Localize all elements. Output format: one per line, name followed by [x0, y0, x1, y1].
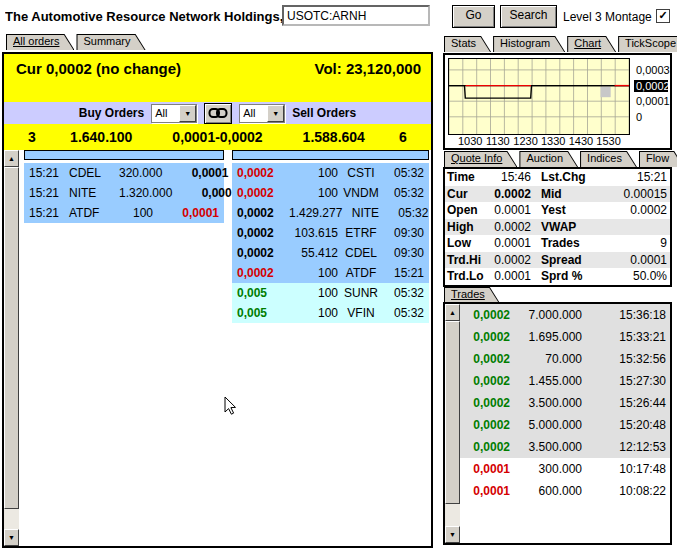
trade-row[interactable]: 0,0002 70.000 15:32:56: [460, 348, 670, 370]
trades-scrollbar[interactable]: ▲ ▼: [445, 304, 460, 543]
trades-list: 0,0002 7.000.000 15:36:18 0,0002 1.695.0…: [460, 304, 670, 543]
quote-info-row: Trd.Hi 0.0002 Spread 0.0001: [445, 252, 670, 269]
sell-orders-label: Sell Orders: [292, 106, 356, 120]
tab-chart-section[interactable]: Stats: [444, 36, 491, 52]
trade-row[interactable]: 0,0002 3.500.000 15:26:44: [460, 392, 670, 414]
x-axis-tick-label: 1330: [541, 135, 565, 147]
scroll-down-icon[interactable]: ▼: [4, 529, 19, 546]
chart-y-axis: 0,00030,00020,00010: [634, 58, 668, 135]
trade-row[interactable]: 0,0002 7.000.000 15:36:18: [460, 304, 670, 326]
x-axis-tick-label: 1030: [458, 135, 482, 147]
tab-quote-section[interactable]: Flow: [639, 151, 677, 167]
tab-orders[interactable]: Summary: [76, 34, 145, 50]
quote-info-row: High 0.0002 VWAP: [445, 219, 670, 236]
bid-rows: 15:21 CDEL 320.000 0,0001 15:21 NITE 1.3…: [24, 163, 224, 223]
scrollbar-thumb[interactable]: [4, 167, 19, 509]
scroll-up-icon[interactable]: ▲: [4, 150, 19, 167]
chevron-down-icon[interactable]: ▼: [179, 105, 196, 122]
chart-panel: 0,00030,00020,00010 10301130123013301430…: [443, 53, 672, 150]
symbol-input[interactable]: [282, 5, 430, 26]
ask-column: 0,0002 100 CSTI 05:32 0,0002 100 VNDM 05…: [232, 150, 429, 546]
tab-quote-section[interactable]: Quote Info: [444, 151, 517, 167]
buy-filter-select[interactable]: All ▼: [151, 104, 197, 123]
bid-mm-count: 3: [4, 129, 60, 145]
quote-info-row: Trd.Lo 0.0001 Sprd % 50.0%: [445, 268, 670, 285]
ask-rows: 0,0002 100 CSTI 05:32 0,0002 100 VNDM 05…: [232, 163, 429, 323]
ask-mm-count: 6: [375, 129, 431, 145]
tab-chart-section[interactable]: Histogram: [493, 36, 565, 52]
bid-column: 15:21 CDEL 320.000 0,0001 15:21 NITE 1.3…: [24, 150, 224, 546]
inside-spread: 0,0001-0,0002: [143, 129, 293, 145]
tab-chart-section[interactable]: TickScope: [618, 36, 677, 52]
x-axis-tick-label: 1130: [486, 135, 510, 147]
go-button[interactable]: Go: [452, 5, 495, 28]
price-header: Cur 0,0002 (no change) Vol: 23,120,000: [4, 54, 431, 102]
y-axis-tick-label: 0,0001: [634, 95, 672, 107]
quote-tab-strip: Quote InfoAuctionIndicesFlow: [444, 151, 677, 167]
order-filter-bar: Buy Orders All ▼ All ▼ Sell Orders: [4, 102, 431, 124]
link-scroll-button[interactable]: [204, 103, 232, 124]
bid-row[interactable]: 15:21 ATDF 100 0,0001: [24, 203, 224, 223]
ask-row[interactable]: 0,0002 103.615 ETRF 09:30: [232, 223, 429, 243]
ask-row[interactable]: 0,005 100 VFIN 05:32: [232, 303, 429, 323]
scroll-up-icon[interactable]: ▲: [445, 304, 460, 321]
order-book: ▲ ▼ 15:21 CDEL 320.000 0,0001 15:21: [4, 150, 431, 546]
x-axis-tick-label: 1430: [569, 135, 593, 147]
trades-panel: ▲ ▼ 0,0002 7.000.000 15:36:18 0,0002 1.6…: [443, 302, 672, 545]
chevron-down-icon[interactable]: ▼: [267, 105, 284, 122]
scrollbar-thumb[interactable]: [445, 321, 460, 504]
company-title: The Automotive Resource Network Holdings…: [5, 9, 282, 24]
bid-column-header: [24, 150, 224, 160]
tab-trades[interactable]: Trades: [444, 287, 500, 303]
y-axis-tick-label: 0,0002: [634, 80, 668, 92]
ask-row[interactable]: 0,0002 100 CSTI 05:32: [232, 163, 429, 183]
bid-row[interactable]: 15:21 NITE 1.320.000 0,0001: [24, 183, 224, 203]
search-button[interactable]: Search: [500, 5, 557, 28]
quote-info-panel: Time 15:46 Lst.Chg 15:21 Cur 0.0002 Mid …: [443, 167, 672, 287]
level3-montage-window: { "header": { "title": "The Automotive R…: [0, 0, 677, 552]
chart-canvas: [449, 59, 629, 134]
ask-column-header: [232, 150, 429, 160]
ask-row[interactable]: 0,0002 55.412 CDEL 09:30: [232, 243, 429, 263]
tab-chart-section[interactable]: Chart: [567, 36, 616, 52]
trade-row[interactable]: 0,0002 3.500.000 12:12:53: [460, 436, 670, 458]
quote-info-row: Cur 0.0002 Mid 0.00015: [445, 186, 670, 203]
sell-filter-select[interactable]: All ▼: [239, 104, 285, 123]
ask-row[interactable]: 0,005 100 SUNR 05:32: [232, 283, 429, 303]
quote-info-row: Low 0.0001 Trades 9: [445, 235, 670, 252]
buy-orders-label: Buy Orders: [79, 106, 144, 120]
y-axis-tick-label: 0,0003: [634, 64, 672, 76]
orders-tab-strip: All ordersSummary: [6, 34, 148, 50]
x-axis-tick-label: 1230: [513, 135, 537, 147]
quote-info-row: Time 15:46 Lst.Chg 15:21: [445, 169, 670, 186]
trade-row[interactable]: 0,0002 5.000.000 15:20:48: [460, 414, 670, 436]
price-chart-plot[interactable]: [448, 58, 630, 135]
quote-info-row: Open 0.0001 Yest 0.0002: [445, 202, 670, 219]
current-price-text: Cur 0,0002 (no change): [16, 60, 181, 77]
trade-row[interactable]: 0,0001 600.000 10:08:22: [460, 480, 670, 502]
level3-montage-label: Level 3 Montage: [563, 10, 652, 24]
level3-montage-checkbox[interactable]: ✓: [656, 9, 670, 23]
trade-row[interactable]: 0,0002 1.455.000 15:27:30: [460, 370, 670, 392]
ask-row[interactable]: 0,0002 1.429.277 NITE 05:32: [232, 203, 429, 223]
top-bar: The Automotive Resource Network Holdings…: [0, 0, 677, 32]
montage-panel: Cur 0,0002 (no change) Vol: 23,120,000 B…: [2, 52, 433, 548]
trade-row[interactable]: 0,0001 300.000 10:17:48: [460, 458, 670, 480]
bbo-summary-row: 3 1.640.100 0,0001-0,0002 1.588.604 6: [4, 124, 431, 150]
volume-text: Vol: 23,120,000: [315, 60, 421, 77]
bid-row[interactable]: 15:21 CDEL 320.000 0,0001: [24, 163, 224, 183]
chart-x-axis: 103011301230133014301530: [448, 135, 630, 147]
tab-orders[interactable]: All orders: [6, 34, 74, 50]
y-axis-tick-label: 0: [634, 111, 644, 123]
ask-row[interactable]: 0,0002 100 VNDM 05:32: [232, 183, 429, 203]
x-axis-tick-label: 1530: [596, 135, 620, 147]
tab-quote-section[interactable]: Auction: [519, 151, 578, 167]
scroll-down-icon[interactable]: ▼: [445, 526, 460, 543]
tab-quote-section[interactable]: Indices: [580, 151, 637, 167]
ask-total-size: 1.588.604: [293, 129, 376, 145]
chain-link-icon: [208, 107, 228, 119]
book-scrollbar[interactable]: ▲ ▼: [4, 150, 19, 546]
chart-tab-strip: StatsHistogramChartTickScope: [444, 36, 677, 52]
ask-row[interactable]: 0,0002 100 ATDF 15:21: [232, 263, 429, 283]
trade-row[interactable]: 0,0002 1.695.000 15:33:21: [460, 326, 670, 348]
